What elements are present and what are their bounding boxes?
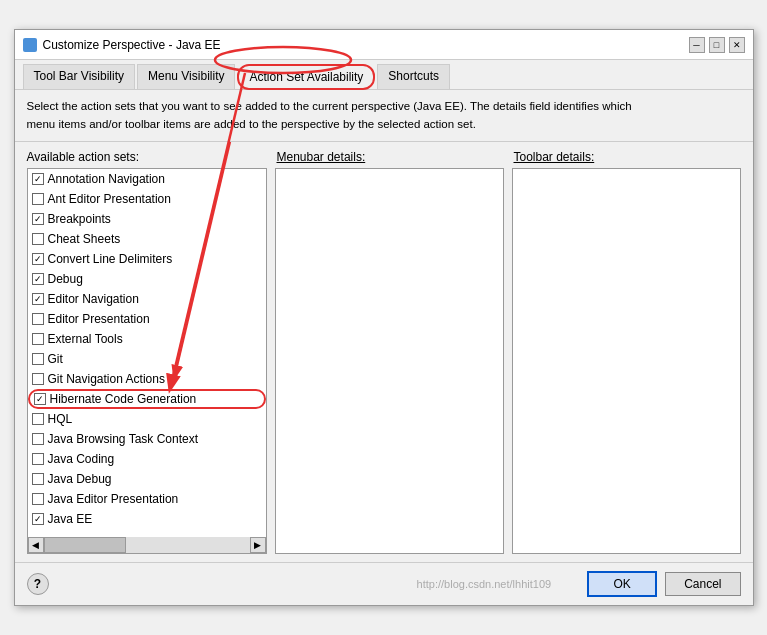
main-window: Customize Perspective - Java EE ─ □ ✕ To… bbox=[14, 29, 754, 606]
content-area: Available action sets: Menubar details: … bbox=[15, 142, 753, 562]
list-item[interactable]: Java Browsing Task Context bbox=[28, 429, 266, 449]
description-text: Select the action sets that you want to … bbox=[15, 90, 753, 142]
checkbox-hibernate-code-generation[interactable] bbox=[34, 393, 46, 405]
menubar-details-panel bbox=[275, 168, 504, 554]
scroll-thumb[interactable] bbox=[44, 537, 126, 553]
scroll-right-button[interactable]: ▶ bbox=[250, 537, 266, 553]
action-set-label: Git Navigation Actions bbox=[48, 372, 165, 386]
maximize-button[interactable]: □ bbox=[709, 37, 725, 53]
column-headers: Available action sets: Menubar details: … bbox=[27, 150, 741, 164]
tab-shortcuts[interactable]: Shortcuts bbox=[377, 64, 450, 89]
list-item[interactable]: Git bbox=[28, 349, 266, 369]
window-icon bbox=[23, 38, 37, 52]
action-set-label: HQL bbox=[48, 412, 73, 426]
action-buttons: OK Cancel bbox=[587, 571, 740, 597]
checkbox-breakpoints[interactable] bbox=[32, 213, 44, 225]
action-set-label: Convert Line Delimiters bbox=[48, 252, 173, 266]
action-set-label: Ant Editor Presentation bbox=[48, 192, 171, 206]
help-button[interactable]: ? bbox=[27, 573, 49, 595]
toolbar-details-panel bbox=[512, 168, 741, 554]
tab-action-set[interactable]: Action Set Availability bbox=[237, 64, 375, 90]
ok-button[interactable]: OK bbox=[587, 571, 657, 597]
title-bar-left: Customize Perspective - Java EE bbox=[23, 38, 221, 52]
checkbox-external-tools[interactable] bbox=[32, 333, 44, 345]
action-set-label: Java Coding bbox=[48, 452, 115, 466]
tab-toolbar-visibility[interactable]: Tool Bar Visibility bbox=[23, 64, 135, 89]
checkbox-cheat-sheets[interactable] bbox=[32, 233, 44, 245]
checkbox-git-navigation-actions[interactable] bbox=[32, 373, 44, 385]
checkbox-editor-navigation[interactable] bbox=[32, 293, 44, 305]
col-menubar-label: Menubar details: bbox=[267, 150, 504, 164]
columns-body: Annotation NavigationAnt Editor Presenta… bbox=[27, 168, 741, 554]
list-item[interactable]: Editor Presentation bbox=[28, 309, 266, 329]
col-toolbar-label: Toolbar details: bbox=[504, 150, 741, 164]
checkbox-java-coding[interactable] bbox=[32, 453, 44, 465]
action-set-label: Annotation Navigation bbox=[48, 172, 165, 186]
list-item[interactable]: Java EE bbox=[28, 509, 266, 529]
list-item[interactable]: Java Debug bbox=[28, 469, 266, 489]
action-set-label: Editor Presentation bbox=[48, 312, 150, 326]
col-available-label: Available action sets: bbox=[27, 150, 267, 164]
action-set-label: Java Debug bbox=[48, 472, 112, 486]
window-title: Customize Perspective - Java EE bbox=[43, 38, 221, 52]
horizontal-scrollbar[interactable]: ◀ ▶ bbox=[27, 538, 267, 554]
action-set-label: Cheat Sheets bbox=[48, 232, 121, 246]
title-bar: Customize Perspective - Java EE ─ □ ✕ bbox=[15, 30, 753, 60]
action-set-label: Debug bbox=[48, 272, 83, 286]
action-set-label: Editor Navigation bbox=[48, 292, 139, 306]
list-item[interactable]: Java Editor Presentation bbox=[28, 489, 266, 509]
action-set-label: Git bbox=[48, 352, 63, 366]
list-item[interactable]: Hibernate Code Generation bbox=[28, 389, 266, 409]
checkbox-git[interactable] bbox=[32, 353, 44, 365]
minimize-button[interactable]: ─ bbox=[689, 37, 705, 53]
checkbox-java-ee[interactable] bbox=[32, 513, 44, 525]
title-buttons: ─ □ ✕ bbox=[689, 37, 745, 53]
list-item[interactable]: External Tools bbox=[28, 329, 266, 349]
checkbox-java-editor-presentation[interactable] bbox=[32, 493, 44, 505]
action-set-label: Breakpoints bbox=[48, 212, 111, 226]
list-item[interactable]: Debug bbox=[28, 269, 266, 289]
checkbox-hql[interactable] bbox=[32, 413, 44, 425]
action-set-label: Hibernate Code Generation bbox=[50, 392, 197, 406]
action-sets-list[interactable]: Annotation NavigationAnt Editor Presenta… bbox=[27, 168, 267, 538]
bottom-bar: ? http://blog.csdn.net/lhhit109 OK Cance… bbox=[15, 562, 753, 605]
list-item[interactable]: Convert Line Delimiters bbox=[28, 249, 266, 269]
action-set-label: Java Browsing Task Context bbox=[48, 432, 199, 446]
list-item[interactable]: Git Navigation Actions bbox=[28, 369, 266, 389]
list-item[interactable]: Java Coding bbox=[28, 449, 266, 469]
tab-bar: Tool Bar Visibility Menu Visibility Acti… bbox=[15, 60, 753, 90]
list-item[interactable]: Cheat Sheets bbox=[28, 229, 266, 249]
checkbox-convert-line-delimiters[interactable] bbox=[32, 253, 44, 265]
list-item[interactable]: Editor Navigation bbox=[28, 289, 266, 309]
list-item[interactable]: Ant Editor Presentation bbox=[28, 189, 266, 209]
checkbox-ant-editor-presentation[interactable] bbox=[32, 193, 44, 205]
watermark-text: http://blog.csdn.net/lhhit109 bbox=[417, 578, 552, 590]
checkbox-java-browsing-task-context[interactable] bbox=[32, 433, 44, 445]
close-button[interactable]: ✕ bbox=[729, 37, 745, 53]
list-item[interactable]: HQL bbox=[28, 409, 266, 429]
checkbox-annotation-navigation[interactable] bbox=[32, 173, 44, 185]
action-set-label: Java EE bbox=[48, 512, 93, 526]
action-set-label: Java Editor Presentation bbox=[48, 492, 179, 506]
cancel-button[interactable]: Cancel bbox=[665, 572, 740, 596]
checkbox-java-debug[interactable] bbox=[32, 473, 44, 485]
tab-menu-visibility[interactable]: Menu Visibility bbox=[137, 64, 235, 89]
action-set-label: External Tools bbox=[48, 332, 123, 346]
scroll-left-button[interactable]: ◀ bbox=[28, 537, 44, 553]
checkbox-editor-presentation[interactable] bbox=[32, 313, 44, 325]
list-item[interactable]: Annotation Navigation bbox=[28, 169, 266, 189]
scroll-track[interactable] bbox=[44, 537, 250, 553]
checkbox-debug[interactable] bbox=[32, 273, 44, 285]
list-item[interactable]: Breakpoints bbox=[28, 209, 266, 229]
